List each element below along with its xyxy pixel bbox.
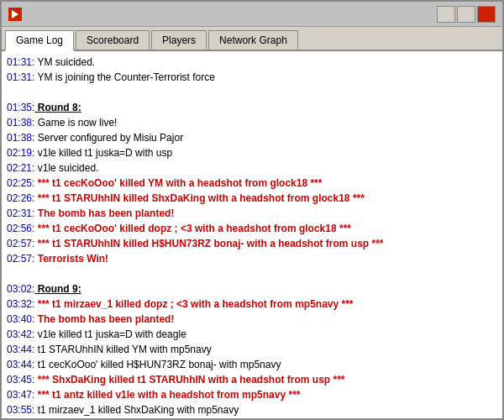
log-line: 03:55: t1 mirzaev_1 killed ShxDaKing wit…	[7, 402, 497, 417]
log-timestamp: 02:25:	[7, 177, 34, 189]
log-kill: *** t1 STARUhhIN killed ShxDaKing with a…	[34, 192, 365, 204]
log-round: Round 8:	[34, 102, 81, 113]
log-timestamp: 03:40:	[7, 313, 34, 325]
log-kill: *** t1 STARUhhIN killed H$HUN73RZ bonaj-…	[34, 238, 383, 249]
log-timestamp: 03:55:	[7, 404, 34, 416]
log-text: Server configured by Misiu Pajor	[34, 132, 183, 144]
log-bomb: The bomb has been planted!	[34, 313, 174, 325]
title-bar-left	[8, 8, 22, 21]
log-line: 01:31: YM is joining the Counter-Terrori…	[7, 70, 497, 85]
log-text: t1 cecKoOoo' killed H$HUN73RZ bonaj- wit…	[34, 359, 281, 370]
log-line: 02:57: *** t1 STARUhhIN killed H$HUN73RZ…	[7, 236, 497, 251]
log-text: t1 mirzaev_1 killed ShxDaKing with mp5na…	[34, 404, 239, 416]
log-kill: *** t1 mirzaev_1 killed dopz ; <3 with a…	[34, 298, 353, 310]
log-timestamp: 01:31:	[7, 71, 34, 83]
log-timestamp: 03:44:	[7, 344, 34, 355]
log-kill: *** t1 cecKoOoo' killed YM with a headsh…	[34, 177, 322, 189]
log-bomb: The bomb has been planted!	[34, 207, 174, 219]
log-kill: *** t1 antz killed v1le with a headshot …	[34, 389, 300, 401]
log-line: 03:44: t1 cecKoOoo' killed H$HUN73RZ bon…	[7, 357, 497, 372]
log-line: 03:44: t1 STARUhhIN killed YM with mp5na…	[7, 342, 497, 357]
log-line: 03:45: *** ShxDaKing killed t1 STARUhhIN…	[7, 372, 497, 387]
log-line	[7, 85, 497, 100]
main-window: Game Log Scoreboard Players Network Grap…	[0, 0, 504, 420]
log-timestamp: 02:57:	[7, 238, 34, 249]
log-line: 03:47: *** t1 antz killed v1le with a he…	[7, 387, 497, 402]
close-button[interactable]	[477, 6, 496, 23]
tab-players[interactable]: Players	[151, 30, 207, 50]
log-line	[7, 266, 497, 281]
log-timestamp: 01:31:	[7, 56, 34, 68]
log-line: 02:19: v1le killed t1 juska=D with usp	[7, 145, 497, 160]
minimize-button[interactable]	[437, 6, 455, 23]
log-text: v1le killed t1 juska=D with usp	[34, 147, 172, 159]
log-timestamp: 02:19:	[7, 147, 34, 159]
log-line: 02:56: *** t1 cecKoOoo' killed dopz ; <3…	[7, 221, 497, 236]
app-icon	[8, 8, 22, 21]
log-timestamp: 03:45:	[7, 374, 34, 386]
log-line: 03:40: The bomb has been planted!	[7, 312, 497, 327]
log-timestamp: 03:32:	[7, 298, 34, 310]
log-timestamp: 02:26:	[7, 192, 34, 204]
log-kill: *** t1 cecKoOoo' killed dopz ; <3 with a…	[34, 223, 351, 234]
tab-bar: Game Log Scoreboard Players Network Grap…	[2, 27, 502, 51]
log-line: 02:31: The bomb has been planted!	[7, 206, 497, 221]
log-timestamp: 01:35:	[7, 102, 34, 113]
log-line: 01:38: Game is now live!	[7, 115, 497, 130]
log-text: t1 STARUhhIN killed YM with mp5navy	[34, 344, 211, 355]
title-bar	[2, 2, 502, 27]
log-text: v1le killed t1 juska=D with deagle	[34, 328, 186, 340]
log-text: YM is joining the Counter-Terrorist forc…	[34, 71, 215, 83]
log-timestamp: 03:44:	[7, 359, 34, 370]
log-line: 02:26: *** t1 STARUhhIN killed ShxDaKing…	[7, 191, 497, 206]
log-text: v1le suicided.	[34, 162, 98, 174]
log-line: 01:35: Round 8:	[7, 100, 497, 115]
log-line: 03:42: v1le killed t1 juska=D with deagl…	[7, 327, 497, 342]
log-area[interactable]: 01:31: YM suicided.01:31: YM is joining …	[2, 51, 502, 418]
content-area: 01:31: YM suicided.01:31: YM is joining …	[2, 51, 502, 418]
log-timestamp: 03:42:	[7, 328, 34, 340]
log-round: Round 9:	[34, 283, 81, 295]
window-controls	[437, 6, 496, 23]
log-timestamp: 03:02:	[7, 283, 34, 295]
log-timestamp: 01:38:	[7, 117, 34, 129]
log-timestamp: 02:21:	[7, 162, 34, 174]
log-line: 03:32: *** t1 mirzaev_1 killed dopz ; <3…	[7, 297, 497, 312]
log-line: 01:38: Server configured by Misiu Pajor	[7, 130, 497, 145]
log-win: Terrorists Win!	[34, 253, 108, 265]
tab-network-graph[interactable]: Network Graph	[208, 30, 298, 50]
log-line: 02:57: Terrorists Win!	[7, 251, 497, 266]
log-timestamp: 02:57:	[7, 253, 34, 265]
tab-game-log[interactable]: Game Log	[5, 30, 74, 51]
log-line: 02:21: v1le suicided.	[7, 160, 497, 176]
log-line: 02:25: *** t1 cecKoOoo' killed YM with a…	[7, 176, 497, 191]
log-line: 03:02: Round 9:	[7, 281, 497, 297]
log-text: Game is now live!	[34, 117, 117, 129]
log-line: 01:31: YM suicided.	[7, 55, 497, 70]
log-line: 03:55: Terrorists Win!	[7, 417, 497, 418]
log-timestamp: 02:56:	[7, 223, 34, 234]
log-text: YM suicided.	[34, 56, 95, 68]
tab-scoreboard[interactable]: Scoreboard	[76, 30, 150, 50]
log-timestamp: 02:31:	[7, 207, 34, 219]
log-kill: *** ShxDaKing killed t1 STARUhhIN with a…	[34, 374, 344, 386]
svg-marker-0	[12, 10, 18, 18]
maximize-button[interactable]	[457, 6, 475, 23]
log-timestamp: 03:47:	[7, 389, 34, 401]
log-timestamp: 01:38:	[7, 132, 34, 144]
